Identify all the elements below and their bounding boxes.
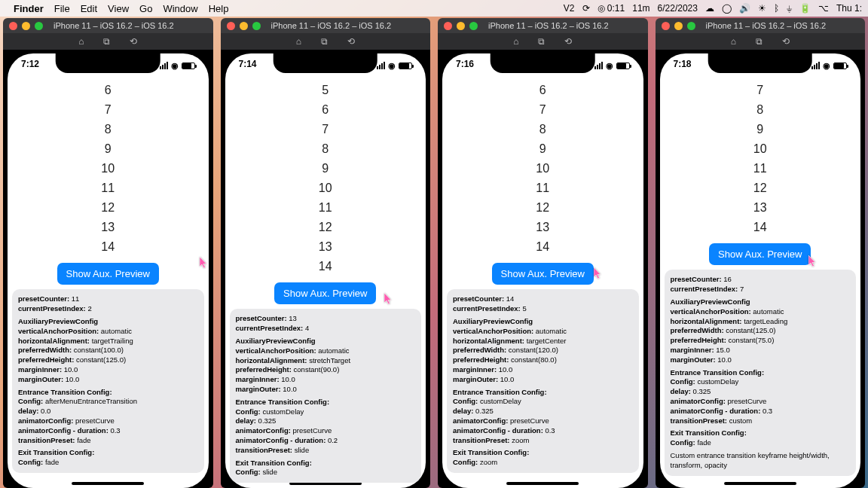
- volume-icon[interactable]: 🔊: [739, 3, 750, 14]
- home-icon[interactable]: ⌂: [731, 36, 736, 47]
- traffic-light-minimize[interactable]: [457, 22, 465, 30]
- list-item[interactable]: 11: [660, 159, 861, 178]
- traffic-light-minimize[interactable]: [674, 22, 683, 30]
- app-content[interactable]: 7891011121314Show Aux. Preview presetCou…: [660, 81, 861, 488]
- show-aux-preview-button[interactable]: Show Aux. Preview: [492, 263, 594, 285]
- window-titlebar[interactable]: iPhone 11 – iOS 16.2 – iOS 16.2: [3, 18, 213, 33]
- rotate-icon[interactable]: ⟲: [130, 36, 137, 47]
- list-item[interactable]: 9: [8, 139, 209, 159]
- rotate-icon[interactable]: ⟲: [564, 36, 572, 47]
- show-aux-preview-button[interactable]: Show Aux. Preview: [274, 282, 376, 304]
- list-item[interactable]: 8: [660, 100, 861, 120]
- list-item[interactable]: 10: [8, 159, 209, 178]
- list-item[interactable]: 14: [8, 237, 209, 257]
- rotate-icon[interactable]: ⟲: [347, 36, 355, 47]
- device-screen[interactable]: 7:16 ◉ 67891011121314Show Aux. Preview p…: [442, 53, 643, 488]
- list-item[interactable]: 10: [660, 139, 861, 159]
- list-item[interactable]: 6: [8, 81, 209, 100]
- list-item[interactable]: 10: [442, 159, 643, 178]
- number-list[interactable]: 567891011121314: [225, 81, 426, 276]
- list-item[interactable]: 7: [225, 120, 426, 139]
- list-item[interactable]: 13: [225, 237, 426, 257]
- list-item[interactable]: 11: [225, 198, 426, 218]
- list-item[interactable]: 12: [442, 198, 643, 218]
- battery-menubar-icon[interactable]: 🔋: [799, 3, 811, 14]
- show-aux-preview-button[interactable]: Show Aux. Preview: [57, 263, 159, 285]
- list-item[interactable]: 8: [442, 120, 643, 139]
- traffic-light-minimize[interactable]: [240, 22, 248, 30]
- list-item[interactable]: 5: [225, 81, 426, 100]
- status-date[interactable]: 6/22/2023: [658, 3, 698, 14]
- list-item[interactable]: 9: [442, 139, 643, 159]
- cloud-icon[interactable]: ☁︎: [705, 3, 714, 14]
- window-titlebar[interactable]: iPhone 11 – iOS 16.2 – iOS 16.2: [221, 18, 431, 33]
- list-item[interactable]: 13: [660, 198, 861, 218]
- app-content[interactable]: 67891011121314Show Aux. Preview presetCo…: [8, 81, 209, 488]
- menubar-view[interactable]: View: [108, 3, 129, 14]
- bluetooth-icon[interactable]: ᛒ: [774, 3, 779, 14]
- menubar-app[interactable]: Finder: [14, 3, 44, 14]
- status-uptime[interactable]: 11m: [632, 3, 649, 14]
- number-list[interactable]: 67891011121314: [442, 81, 643, 257]
- app-content[interactable]: 67891011121314Show Aux. Preview presetCo…: [442, 81, 643, 488]
- circle-icon[interactable]: ◯: [722, 3, 732, 14]
- wifi-icon[interactable]: ⏚: [787, 3, 792, 14]
- rotate-icon[interactable]: ⟲: [782, 36, 790, 47]
- list-item[interactable]: 7: [442, 100, 643, 120]
- status-v2[interactable]: V2: [564, 3, 575, 14]
- app-content[interactable]: 567891011121314Show Aux. Preview presetC…: [225, 81, 426, 488]
- sync-icon[interactable]: ⟳: [582, 3, 590, 14]
- screenshot-icon[interactable]: ⧉: [321, 36, 328, 47]
- traffic-light-zoom[interactable]: [35, 22, 43, 30]
- traffic-light-zoom[interactable]: [469, 22, 478, 30]
- traffic-light-close[interactable]: [662, 22, 670, 30]
- list-item[interactable]: 7: [660, 81, 861, 100]
- list-item[interactable]: 12: [660, 178, 861, 198]
- menubar-edit[interactable]: Edit: [81, 3, 97, 14]
- status-record[interactable]: ◎ 0:11: [598, 3, 625, 14]
- list-item[interactable]: 13: [442, 218, 643, 237]
- brightness-icon[interactable]: ☀︎: [758, 3, 766, 14]
- list-item[interactable]: 12: [225, 218, 426, 237]
- menubar-help[interactable]: Help: [209, 3, 229, 14]
- menubar-window[interactable]: Window: [163, 3, 197, 14]
- list-item[interactable]: 10: [225, 178, 426, 198]
- device-screen[interactable]: 7:14 ◉ 567891011121314Show Aux. Preview …: [225, 53, 426, 488]
- traffic-light-minimize[interactable]: [22, 22, 30, 30]
- list-item[interactable]: 14: [660, 218, 861, 237]
- list-item[interactable]: 14: [225, 257, 426, 276]
- traffic-light-close[interactable]: [9, 22, 17, 30]
- list-item[interactable]: 6: [442, 81, 643, 100]
- list-item[interactable]: 7: [8, 100, 209, 120]
- home-icon[interactable]: ⌂: [513, 36, 518, 47]
- list-item[interactable]: 11: [442, 178, 643, 198]
- list-item[interactable]: 11: [8, 178, 209, 198]
- list-item[interactable]: 6: [225, 100, 426, 120]
- window-titlebar[interactable]: iPhone 11 – iOS 16.2 – iOS 16.2: [438, 18, 648, 33]
- screenshot-icon[interactable]: ⧉: [103, 36, 110, 47]
- list-item[interactable]: 8: [225, 139, 426, 159]
- traffic-light-close[interactable]: [444, 22, 452, 30]
- menubar-go[interactable]: Go: [139, 3, 152, 14]
- traffic-light-zoom[interactable]: [252, 22, 261, 30]
- screenshot-icon[interactable]: ⧉: [538, 36, 545, 47]
- show-aux-preview-button[interactable]: Show Aux. Preview: [709, 243, 811, 265]
- list-item[interactable]: 14: [442, 237, 643, 257]
- home-icon[interactable]: ⌂: [296, 36, 301, 47]
- number-list[interactable]: 67891011121314: [8, 81, 209, 257]
- traffic-light-close[interactable]: [227, 22, 235, 30]
- list-item[interactable]: 9: [225, 159, 426, 178]
- status-day[interactable]: Thu 1:: [836, 3, 862, 14]
- device-screen[interactable]: 7:12 ◉ 67891011121314Show Aux. Preview p…: [8, 53, 209, 488]
- list-item[interactable]: 13: [8, 218, 209, 237]
- list-item[interactable]: 9: [660, 120, 861, 139]
- home-icon[interactable]: ⌂: [78, 36, 84, 47]
- number-list[interactable]: 7891011121314: [660, 81, 861, 237]
- window-titlebar[interactable]: iPhone 11 – iOS 16.2 – iOS 16.2: [656, 18, 866, 33]
- screenshot-icon[interactable]: ⧉: [756, 36, 763, 47]
- device-screen[interactable]: 7:18 ◉ 7891011121314Show Aux. Preview pr…: [660, 53, 861, 488]
- menubar-file[interactable]: File: [54, 3, 70, 14]
- control-center-icon[interactable]: ⌥: [818, 3, 829, 14]
- list-item[interactable]: 12: [8, 198, 209, 218]
- list-item[interactable]: 8: [8, 120, 209, 139]
